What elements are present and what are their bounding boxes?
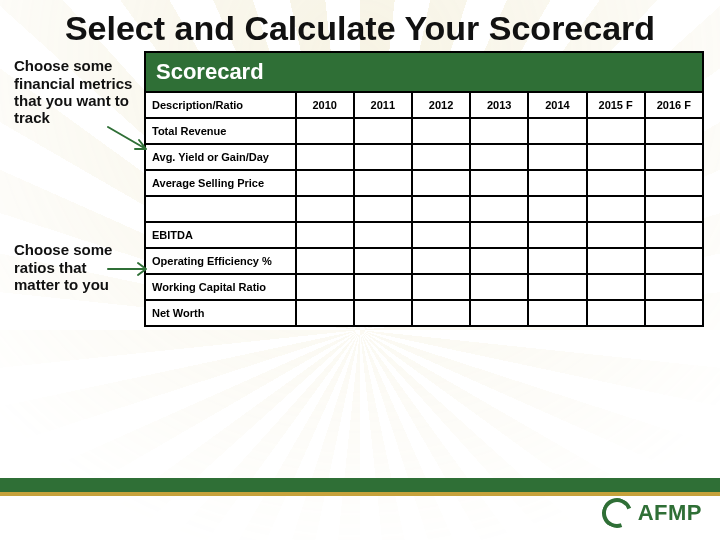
logo: AFMP (602, 498, 702, 528)
arrow-icon (106, 123, 154, 153)
scorecard-table-wrapper: Scorecard Description/Ratio 2010 2011 20… (144, 51, 706, 327)
table-row: EBITDA (145, 222, 703, 248)
arrow-icon (106, 259, 154, 281)
table-row: Total Revenue (145, 118, 703, 144)
col-2013: 2013 (470, 92, 528, 118)
row-label: Operating Efficiency % (145, 248, 296, 274)
side-notes: Choose some financial metrics that you w… (14, 51, 144, 327)
table-title-row: Scorecard (145, 52, 703, 92)
col-description: Description/Ratio (145, 92, 296, 118)
row-label: EBITDA (145, 222, 296, 248)
col-2010: 2010 (296, 92, 354, 118)
col-2014: 2014 (528, 92, 586, 118)
table-row: Operating Efficiency % (145, 248, 703, 274)
row-label (145, 196, 296, 222)
table-header-row: Description/Ratio 2010 2011 2012 2013 20… (145, 92, 703, 118)
table-heading: Scorecard (145, 52, 703, 92)
table-row: Net Worth (145, 300, 703, 326)
col-2011: 2011 (354, 92, 412, 118)
table-row (145, 196, 703, 222)
footer-bar-gold (0, 492, 720, 496)
table-row: Average Selling Price (145, 170, 703, 196)
col-2012: 2012 (412, 92, 470, 118)
logo-text: AFMP (638, 500, 702, 526)
col-2015f: 2015 F (587, 92, 645, 118)
footer-bar-green (0, 478, 720, 492)
table-row: Avg. Yield or Gain/Day (145, 144, 703, 170)
row-label: Total Revenue (145, 118, 296, 144)
table-row: Working Capital Ratio (145, 274, 703, 300)
callout-metrics: Choose some financial metrics that you w… (14, 57, 136, 126)
scorecard-table: Scorecard Description/Ratio 2010 2011 20… (144, 51, 704, 327)
row-label: Working Capital Ratio (145, 274, 296, 300)
row-label: Average Selling Price (145, 170, 296, 196)
content-area: Choose some financial metrics that you w… (0, 51, 720, 327)
row-label: Net Worth (145, 300, 296, 326)
slide-title: Select and Calculate Your Scorecard (0, 0, 720, 51)
col-2016f: 2016 F (645, 92, 703, 118)
footer: AFMP (0, 478, 720, 540)
row-label: Avg. Yield or Gain/Day (145, 144, 296, 170)
logo-mark-icon (597, 493, 637, 533)
